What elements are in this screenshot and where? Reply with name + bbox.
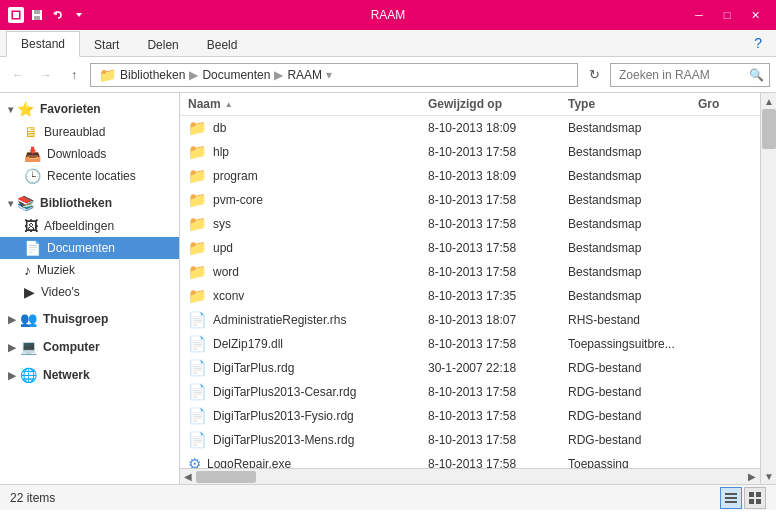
vscroll-track[interactable] bbox=[761, 109, 776, 468]
quick-save-button[interactable] bbox=[28, 6, 46, 24]
folder-icon: 📁 bbox=[188, 287, 207, 305]
sidebar-header-computer[interactable]: ▶ 💻 Computer bbox=[0, 335, 179, 359]
file-type-cell: Bestandsmap bbox=[560, 120, 690, 136]
sidebar-item-bureaublad[interactable]: 🖥 Bureaublad bbox=[0, 121, 179, 143]
sidebar-item-afbeeldingen[interactable]: 🖼 Afbeeldingen bbox=[0, 215, 179, 237]
bureaublad-icon: 🖥 bbox=[24, 124, 38, 140]
hscroll-thumb[interactable] bbox=[196, 471, 256, 483]
file-size-cell bbox=[690, 367, 760, 369]
file-type-cell: RDG-bestand bbox=[560, 408, 690, 424]
bureaublad-label: Bureaublad bbox=[44, 125, 105, 139]
col-type-label: Type bbox=[568, 97, 595, 111]
file-name: DelZip179.dll bbox=[213, 337, 283, 351]
table-row[interactable]: 📄 DigiTarPlus2013-Mens.rdg 8-10-2013 17:… bbox=[180, 428, 760, 452]
minimize-button[interactable]: ─ bbox=[686, 5, 712, 25]
table-row[interactable]: 📁 sys 8-10-2013 17:58 Bestandsmap bbox=[180, 212, 760, 236]
table-row[interactable]: 📄 DigiTarPlus2013-Fysio.rdg 8-10-2013 17… bbox=[180, 404, 760, 428]
table-row[interactable]: 📁 xconv 8-10-2013 17:35 Bestandsmap bbox=[180, 284, 760, 308]
col-header-name[interactable]: Naam ▲ bbox=[180, 95, 420, 113]
folder-icon: 📁 bbox=[188, 263, 207, 281]
vscroll-down-button[interactable]: ▼ bbox=[761, 468, 776, 484]
sidebar-section-thuisgroep: ▶ 👥 Thuisgroep bbox=[0, 307, 179, 331]
breadcrumb-raam[interactable]: RAAM bbox=[287, 68, 322, 82]
documenten-label: Documenten bbox=[47, 241, 115, 255]
file-name-cell: 📁 hlp bbox=[180, 142, 420, 162]
table-row[interactable]: ⚙ LogoRepair.exe 8-10-2013 17:58 Toepass… bbox=[180, 452, 760, 468]
table-row[interactable]: 📁 word 8-10-2013 17:58 Bestandsmap bbox=[180, 260, 760, 284]
file-modified-cell: 8-10-2013 17:58 bbox=[420, 432, 560, 448]
sidebar-header-bibliotheken[interactable]: ▾ 📚 Bibliotheken bbox=[0, 191, 179, 215]
refresh-button[interactable]: ↻ bbox=[582, 63, 606, 87]
svg-rect-12 bbox=[749, 499, 754, 504]
file-type-cell: Bestandsmap bbox=[560, 240, 690, 256]
back-button[interactable]: ← bbox=[6, 63, 30, 87]
expand-icon-thuis: ▶ bbox=[8, 314, 16, 325]
sidebar: ▾ ⭐ Favorieten 🖥 Bureaublad 📥 Downloads … bbox=[0, 93, 180, 484]
sidebar-item-muziek[interactable]: ♪ Muziek bbox=[0, 259, 179, 281]
view-details-button[interactable] bbox=[720, 487, 742, 509]
table-row[interactable]: 📄 DigiTarPlus2013-Cesar.rdg 8-10-2013 17… bbox=[180, 380, 760, 404]
vertical-scrollbar[interactable]: ▲ ▼ bbox=[760, 93, 776, 484]
quick-undo-button[interactable] bbox=[49, 6, 67, 24]
col-header-size[interactable]: Gro bbox=[690, 95, 760, 113]
tab-start[interactable]: Start bbox=[80, 33, 133, 57]
dropdown-arrow[interactable] bbox=[70, 6, 88, 24]
maximize-button[interactable]: □ bbox=[714, 5, 740, 25]
table-row[interactable]: 📁 pvm-core 8-10-2013 17:58 Bestandsmap bbox=[180, 188, 760, 212]
file-type-cell: RHS-bestand bbox=[560, 312, 690, 328]
table-row[interactable]: 📁 db 8-10-2013 18:09 Bestandsmap bbox=[180, 116, 760, 140]
svg-rect-4 bbox=[34, 10, 40, 14]
svg-rect-13 bbox=[756, 499, 761, 504]
sidebar-header-netwerk[interactable]: ▶ 🌐 Netwerk bbox=[0, 363, 179, 387]
sidebar-header-thuisgroep[interactable]: ▶ 👥 Thuisgroep bbox=[0, 307, 179, 331]
tab-delen[interactable]: Delen bbox=[133, 33, 192, 57]
horizontal-scrollbar[interactable]: ◀ ▶ bbox=[180, 468, 760, 484]
recente-locaties-label: Recente locaties bbox=[47, 169, 136, 183]
col-header-modified[interactable]: Gewijzigd op bbox=[420, 95, 560, 113]
app-icon bbox=[8, 7, 24, 23]
expand-icon-net: ▶ bbox=[8, 370, 16, 381]
help-button[interactable]: ? bbox=[746, 30, 770, 56]
sidebar-item-recente-locaties[interactable]: 🕒 Recente locaties bbox=[0, 165, 179, 187]
breadcrumb-arrow-3: ▾ bbox=[326, 68, 332, 82]
sidebar-section-bibliotheken: ▾ 📚 Bibliotheken 🖼 Afbeeldingen 📄 Docume… bbox=[0, 191, 179, 303]
file-name-cell: 📁 db bbox=[180, 118, 420, 138]
sidebar-item-documenten[interactable]: 📄 Documenten bbox=[0, 237, 179, 259]
table-row[interactable]: 📁 upd 8-10-2013 17:58 Bestandsmap bbox=[180, 236, 760, 260]
folder-icon: 📁 bbox=[188, 119, 207, 137]
up-button[interactable]: ↑ bbox=[62, 63, 86, 87]
file-modified-cell: 8-10-2013 17:58 bbox=[420, 144, 560, 160]
breadcrumb-libraries[interactable]: Bibliotheken bbox=[120, 68, 185, 82]
table-row[interactable]: 📁 program 8-10-2013 18:09 Bestandsmap bbox=[180, 164, 760, 188]
search-input[interactable] bbox=[610, 63, 770, 87]
sidebar-header-favorieten[interactable]: ▾ ⭐ Favorieten bbox=[0, 97, 179, 121]
file-type-cell: Toepassingsuitbre... bbox=[560, 336, 690, 352]
hscroll-track[interactable] bbox=[196, 469, 744, 485]
bibliotheken-label: Bibliotheken bbox=[40, 196, 112, 210]
file-name: DigiTarPlus2013-Mens.rdg bbox=[213, 433, 354, 447]
view-toggle-buttons bbox=[720, 487, 766, 509]
close-button[interactable]: ✕ bbox=[742, 5, 768, 25]
hscroll-right-button[interactable]: ▶ bbox=[744, 469, 760, 485]
forward-button[interactable]: → bbox=[34, 63, 58, 87]
main-area: ▾ ⭐ Favorieten 🖥 Bureaublad 📥 Downloads … bbox=[0, 93, 776, 484]
col-header-type[interactable]: Type bbox=[560, 95, 690, 113]
table-row[interactable]: 📄 DelZip179.dll 8-10-2013 17:58 Toepassi… bbox=[180, 332, 760, 356]
tab-bestand[interactable]: Bestand bbox=[6, 31, 80, 57]
vscroll-up-button[interactable]: ▲ bbox=[761, 93, 776, 109]
table-row[interactable]: 📄 DigiTarPlus.rdg 30-1-2007 22:18 RDG-be… bbox=[180, 356, 760, 380]
title-bar: RAAM ─ □ ✕ bbox=[0, 0, 776, 30]
table-row[interactable]: 📄 AdministratieRegister.rhs 8-10-2013 18… bbox=[180, 308, 760, 332]
file-name: program bbox=[213, 169, 258, 183]
tab-beeld[interactable]: Beeld bbox=[193, 33, 252, 57]
address-path[interactable]: 📁 Bibliotheken ▶ Documenten ▶ RAAM ▾ bbox=[90, 63, 578, 87]
vscroll-thumb[interactable] bbox=[762, 109, 776, 149]
table-row[interactable]: 📁 hlp 8-10-2013 17:58 Bestandsmap bbox=[180, 140, 760, 164]
view-large-icons-button[interactable] bbox=[744, 487, 766, 509]
hscroll-left-button[interactable]: ◀ bbox=[180, 469, 196, 485]
sidebar-item-videos[interactable]: ▶ Video's bbox=[0, 281, 179, 303]
sidebar-item-downloads[interactable]: 📥 Downloads bbox=[0, 143, 179, 165]
file-type-cell: RDG-bestand bbox=[560, 360, 690, 376]
breadcrumb-documenten[interactable]: Documenten bbox=[202, 68, 270, 82]
file-size-cell bbox=[690, 199, 760, 201]
